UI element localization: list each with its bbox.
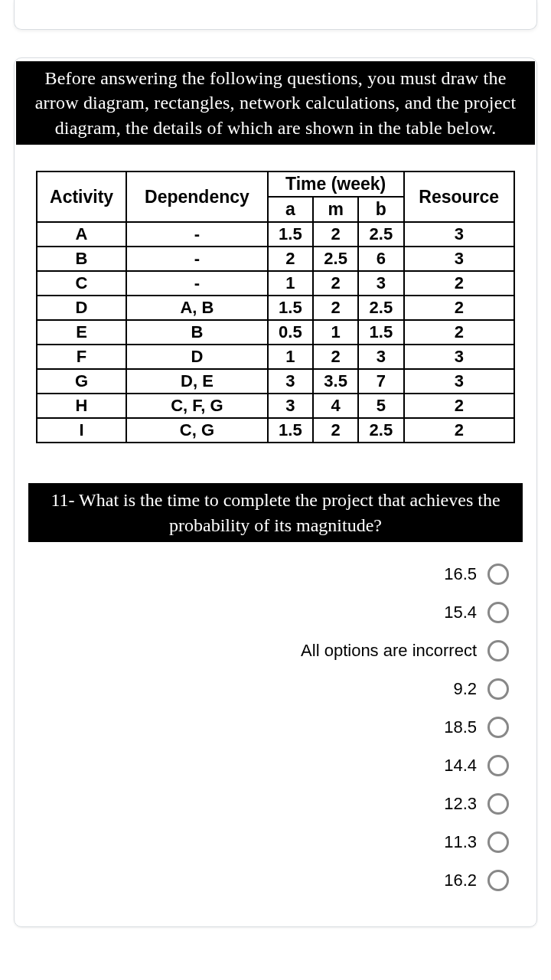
cell-a: 1.5 [268, 222, 313, 247]
table-row: EB0.511.52 [37, 320, 514, 345]
cell-dependency: - [126, 222, 268, 247]
cell-a: 1 [268, 271, 313, 296]
cell-resource: 3 [404, 222, 515, 247]
cell-dependency: C, G [126, 418, 268, 443]
cell-a: 1.5 [268, 296, 313, 320]
cell-b: 3 [358, 271, 403, 296]
question-card: Before answering the following questions… [14, 57, 537, 927]
cell-m: 2 [313, 418, 358, 443]
option-radio[interactable] [487, 678, 509, 700]
cell-activity: C [37, 271, 126, 296]
option-radio[interactable] [487, 870, 509, 891]
col-resource: Resource [404, 172, 515, 222]
option-label: 9.2 [453, 679, 477, 699]
option-label: 12.3 [444, 794, 477, 814]
cell-dependency: D, E [126, 369, 268, 394]
cell-activity: A [37, 222, 126, 247]
cell-b: 2.5 [358, 296, 403, 320]
col-a: a [268, 197, 313, 222]
option-row: 16.5 [16, 564, 509, 585]
cell-b: 7 [358, 369, 403, 394]
instructions-text: Before answering the following questions… [35, 68, 517, 138]
option-radio[interactable] [487, 602, 509, 623]
option-label: 14.4 [444, 756, 477, 776]
activity-table-wrapper: Activity Dependency Time (week) Resource… [36, 171, 515, 443]
cell-a: 2 [268, 247, 313, 271]
col-time: Time (week) [268, 172, 404, 197]
option-radio[interactable] [487, 564, 509, 585]
cell-a: 1.5 [268, 418, 313, 443]
cell-resource: 2 [404, 320, 515, 345]
option-row: 18.5 [16, 717, 509, 738]
option-radio[interactable] [487, 831, 509, 853]
cell-activity: E [37, 320, 126, 345]
table-row: B-22.563 [37, 247, 514, 271]
previous-card-placeholder [14, 0, 537, 30]
cell-activity: B [37, 247, 126, 271]
cell-a: 1 [268, 345, 313, 369]
cell-dependency: D [126, 345, 268, 369]
option-row: 9.2 [16, 678, 509, 700]
cell-dependency: C, F, G [126, 394, 268, 418]
option-label: 18.5 [444, 717, 477, 737]
cell-resource: 2 [404, 271, 515, 296]
question-text: 11- What is the time to complete the pro… [51, 490, 500, 534]
col-dependency: Dependency [126, 172, 268, 222]
cell-a: 3 [268, 369, 313, 394]
option-label: 16.2 [444, 871, 477, 890]
cell-resource: 2 [404, 296, 515, 320]
col-activity: Activity [37, 172, 126, 222]
cell-resource: 2 [404, 394, 515, 418]
cell-activity: F [37, 345, 126, 369]
col-b: b [358, 197, 403, 222]
cell-dependency: B [126, 320, 268, 345]
instructions-banner: Before answering the following questions… [16, 61, 535, 145]
option-row: 15.4 [16, 602, 509, 623]
cell-a: 0.5 [268, 320, 313, 345]
cell-resource: 2 [404, 418, 515, 443]
cell-m: 2 [313, 222, 358, 247]
cell-activity: D [37, 296, 126, 320]
table-row: HC, F, G3452 [37, 394, 514, 418]
option-radio[interactable] [487, 755, 509, 776]
cell-resource: 3 [404, 247, 515, 271]
cell-b: 3 [358, 345, 403, 369]
cell-dependency: A, B [126, 296, 268, 320]
question-banner: 11- What is the time to complete the pro… [28, 483, 523, 542]
option-radio[interactable] [487, 717, 509, 738]
option-row: 12.3 [16, 793, 509, 815]
cell-resource: 3 [404, 369, 515, 394]
option-row: 16.2 [16, 870, 509, 891]
option-row: 14.4 [16, 755, 509, 776]
cell-b: 6 [358, 247, 403, 271]
col-m: m [313, 197, 358, 222]
option-label: All options are incorrect [301, 641, 477, 661]
option-radio[interactable] [487, 793, 509, 815]
cell-b: 2.5 [358, 222, 403, 247]
option-label: 11.3 [444, 832, 477, 852]
option-label: 15.4 [444, 603, 477, 622]
cell-m: 2 [313, 345, 358, 369]
table-row: GD, E33.573 [37, 369, 514, 394]
cell-b: 2.5 [358, 418, 403, 443]
options-list: 16.515.4All options are incorrect9.218.5… [16, 564, 509, 891]
cell-m: 4 [313, 394, 358, 418]
cell-b: 1.5 [358, 320, 403, 345]
cell-activity: H [37, 394, 126, 418]
option-radio[interactable] [487, 640, 509, 662]
cell-resource: 3 [404, 345, 515, 369]
cell-b: 5 [358, 394, 403, 418]
cell-dependency: - [126, 271, 268, 296]
cell-dependency: - [126, 247, 268, 271]
table-row: A-1.522.53 [37, 222, 514, 247]
cell-activity: I [37, 418, 126, 443]
option-row: All options are incorrect [16, 640, 509, 662]
cell-m: 2.5 [313, 247, 358, 271]
cell-m: 1 [313, 320, 358, 345]
cell-activity: G [37, 369, 126, 394]
table-row: DA, B1.522.52 [37, 296, 514, 320]
cell-m: 2 [313, 296, 358, 320]
table-row: IC, G1.522.52 [37, 418, 514, 443]
table-row: C-1232 [37, 271, 514, 296]
cell-m: 2 [313, 271, 358, 296]
